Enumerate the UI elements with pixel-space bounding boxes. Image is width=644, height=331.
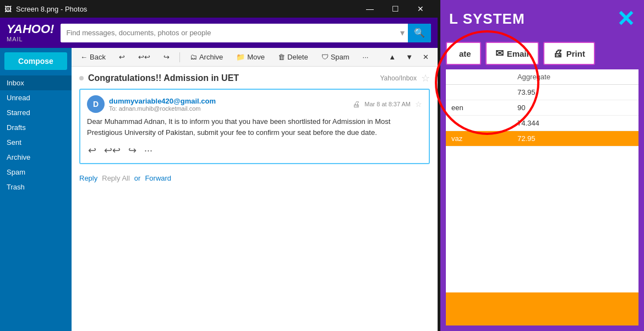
sidebar-item-trash[interactable]: Trash: [0, 180, 72, 194]
email-card-header: D dummyvariable420@gmail.com To: adnan.m…: [87, 95, 422, 113]
yahoo-main: Compose Inbox Unread Starred Drafts Sent…: [0, 48, 438, 331]
prev-email-button[interactable]: ▲: [385, 51, 399, 63]
delete-label: Delete: [287, 53, 308, 61]
email-star-small[interactable]: ☆: [415, 100, 422, 108]
sidebar-item-inbox[interactable]: Inbox: [0, 75, 72, 90]
email-content: ← Back ↩ ↩↩ ↪ 🗂 Archive 📁 Move 🗑 Delete: [72, 48, 438, 331]
back-button[interactable]: ← Back: [77, 51, 109, 63]
reply-all-action-button[interactable]: ↩↩: [103, 143, 122, 158]
right-panel: L SYSTEM ✕ ate ✉ Email 🖨 Print Aggregate: [440, 0, 644, 331]
more-button[interactable]: ···: [359, 51, 372, 63]
search-button[interactable]: 🔍: [408, 24, 431, 42]
email-location: Yahoo/Inbox: [380, 74, 417, 82]
reply-action-button[interactable]: ↩: [87, 143, 97, 158]
unread-dot: [79, 76, 84, 80]
app-icon: 🖼: [4, 5, 12, 13]
forward-icon-button[interactable]: ↪: [160, 51, 173, 63]
yahoo-logo: YAHOO! MAIL: [7, 23, 54, 42]
back-arrow-icon: ←: [80, 53, 88, 61]
print-system-icon: 🖨: [553, 48, 563, 59]
sidebar-item-drafts[interactable]: Drafts: [0, 120, 72, 135]
archive-label: Archive: [199, 53, 223, 61]
email-subject-row: Congratulations!! Admission in UET Yahoo…: [79, 72, 430, 84]
data-table-container: Aggregate 73.95 een 90 74.344 vaz: [446, 69, 638, 292]
next-email-button[interactable]: ▼: [402, 51, 416, 63]
search-dropdown[interactable]: ▾: [397, 28, 408, 38]
reply-separator: Reply All: [102, 174, 130, 182]
more-action-button[interactable]: ···: [143, 144, 154, 158]
row-value-1: 90: [512, 100, 638, 116]
table-row-highlighted: vaz 72.95: [446, 131, 638, 146]
forward-link[interactable]: Forward: [145, 174, 171, 182]
window-controls: — ☐ ✕: [357, 0, 433, 18]
minimize-button[interactable]: —: [357, 0, 383, 18]
archive-icon: 🗂: [190, 53, 197, 61]
compose-button[interactable]: Compose: [4, 52, 67, 70]
email-system-button[interactable]: ✉ Email: [485, 42, 539, 65]
email-icon: ✉: [495, 47, 504, 59]
print-system-label: Print: [566, 49, 585, 58]
sidebar-item-starred[interactable]: Starred: [0, 105, 72, 120]
spam-label: Spam: [331, 53, 350, 61]
date-button[interactable]: ate: [446, 42, 481, 65]
row-name-0: [446, 85, 512, 100]
email-view: Congratulations!! Admission in UET Yahoo…: [72, 67, 438, 331]
move-icon: 📁: [236, 53, 245, 61]
print-system-button[interactable]: 🖨 Print: [543, 42, 595, 65]
back-label: Back: [90, 53, 106, 61]
table-row: 74.344: [446, 116, 638, 131]
row-value-0: 73.95: [512, 85, 638, 100]
system-header: L SYSTEM ✕: [440, 0, 644, 37]
sidebar-item-spam[interactable]: Spam: [0, 165, 72, 180]
email-card: D dummyvariable420@gmail.com To: adnan.m…: [79, 89, 430, 164]
yahoo-sidebar: Compose Inbox Unread Starred Drafts Sent…: [0, 48, 72, 331]
email-body: Dear Muhammad Adnan, It is to inform you…: [87, 116, 422, 138]
data-table: Aggregate 73.95 een 90 74.344 vaz: [446, 69, 638, 146]
row-name-1: een: [446, 100, 512, 116]
email-system-label: Email: [507, 49, 529, 58]
title-bar-title: 🖼 Screen 8.png - Photos: [4, 5, 87, 13]
sidebar-item-sent[interactable]: Sent: [0, 135, 72, 150]
email-date: Mar 8 at 8:37 AM: [364, 101, 411, 107]
archive-button[interactable]: 🗂 Archive: [187, 51, 226, 63]
email-toolbar: ← Back ↩ ↩↩ ↪ 🗂 Archive 📁 Move 🗑 Delete: [72, 48, 438, 67]
avatar: D: [87, 95, 105, 113]
reply-icon-button[interactable]: ↩: [116, 51, 128, 63]
action-buttons-row: ate ✉ Email 🖨 Print: [440, 37, 644, 69]
row-name-2: [446, 116, 512, 131]
email-star[interactable]: ☆: [421, 72, 430, 84]
sender-to: To: adnan.muhib@rocketmail.com: [109, 105, 348, 112]
row-value-3: 72.95: [512, 131, 638, 146]
toolbar-right: ▲ ▼ ✕: [385, 51, 432, 63]
yahoo-logo-sub: MAIL: [7, 36, 54, 42]
forward-action-button[interactable]: ↪: [127, 143, 138, 158]
toolbar-separator: [179, 52, 180, 62]
yahoo-header: YAHOO! MAIL ▾ 🔍: [0, 18, 438, 48]
yahoo-mail-window: YAHOO! MAIL ▾ 🔍 Compose Inbox Unread Sta…: [0, 18, 438, 331]
sidebar-item-unread[interactable]: Unread: [0, 90, 72, 105]
system-close-button[interactable]: ✕: [616, 8, 635, 30]
reply-all-icon-button[interactable]: ↩↩: [135, 51, 154, 63]
reply-link[interactable]: Reply: [79, 174, 97, 182]
sender-name: dummyvariable420@gmail.com: [109, 97, 348, 105]
sidebar-item-archive[interactable]: Archive: [0, 150, 72, 165]
date-label: ate: [459, 49, 471, 58]
yahoo-logo-text: YAHOO!: [7, 22, 54, 36]
close-window-button[interactable]: ✕: [408, 0, 433, 18]
reply-row: Reply Reply All or Forward: [79, 170, 430, 187]
delete-button[interactable]: 🗑 Delete: [275, 51, 312, 63]
spam-icon: 🛡: [321, 53, 329, 61]
spam-button[interactable]: 🛡 Spam: [318, 51, 353, 63]
print-icon[interactable]: 🖨: [352, 100, 360, 108]
sender-info: dummyvariable420@gmail.com To: adnan.muh…: [109, 97, 348, 112]
move-label: Move: [247, 53, 265, 61]
col-aggregate-header: Aggregate: [512, 69, 638, 85]
window-title: Screen 8.png - Photos: [16, 5, 87, 13]
search-input[interactable]: [61, 24, 397, 42]
orange-banner: [446, 292, 638, 325]
close-email-button[interactable]: ✕: [419, 51, 432, 63]
move-button[interactable]: 📁 Move: [233, 51, 268, 63]
sidebar-nav: Inbox Unread Starred Drafts Sent Archive…: [0, 75, 72, 194]
system-title: L SYSTEM: [449, 10, 525, 28]
maximize-button[interactable]: ☐: [383, 0, 408, 18]
